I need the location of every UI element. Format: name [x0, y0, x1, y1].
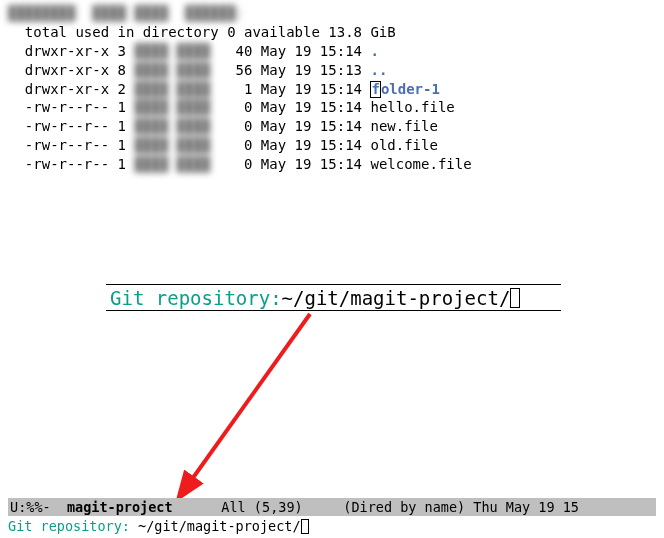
- buffer-name: magit-project: [67, 499, 173, 515]
- entry-name: older-1: [381, 81, 440, 97]
- modeline-major-mode: (Dired by name): [303, 499, 474, 515]
- dired-listing: ████████ ████ ████ ██████: total used in…: [0, 0, 664, 174]
- git-repo-prompt-label: Git repository:: [110, 287, 282, 309]
- entry-name: old.file: [370, 137, 437, 153]
- modeline-time: Thu May 19 15: [473, 499, 579, 515]
- entry-name: welcome.file: [370, 156, 471, 172]
- minibuffer[interactable]: Git repository: ~/git/magit-project/: [8, 517, 656, 535]
- minibuffer-input-text[interactable]: ~/git/magit-project/: [138, 518, 301, 534]
- minibuffer-prompt-label: Git repository:: [8, 518, 138, 534]
- dired-entry[interactable]: -rw-r--r-- 1 ████ ████ 0 May 19 15:14 we…: [8, 155, 656, 174]
- dired-header: ████████ ████ ████ ██████:: [8, 4, 656, 23]
- text-cursor-icon: [510, 288, 520, 308]
- dired-entry[interactable]: -rw-r--r-- 1 ████ ████ 0 May 19 15:14 ne…: [8, 117, 656, 136]
- entry-name: hello.file: [370, 99, 454, 115]
- dired-entry[interactable]: drwxr-xr-x 8 ████ ████ 56 May 19 15:13 .…: [8, 61, 656, 80]
- text-cursor-icon: [301, 519, 309, 534]
- git-repo-prompt-path: ~/git/magit-project/: [282, 287, 511, 309]
- dired-entry[interactable]: drwxr-xr-x 2 ████ ████ 1 May 19 15:14 fo…: [8, 80, 656, 99]
- svg-line-1: [180, 314, 310, 496]
- mode-line: U:%%- magit-project All (5,39) (Dired by…: [8, 498, 656, 516]
- modeline-position: All (5,39): [173, 499, 303, 515]
- entry-name: ..: [370, 62, 387, 78]
- entry-name: .: [370, 43, 378, 59]
- dired-summary: total used in directory 0 available 13.8…: [8, 23, 656, 42]
- dired-entry[interactable]: -rw-r--r-- 1 ████ ████ 0 May 19 15:14 he…: [8, 98, 656, 117]
- callout-minibuffer-enlarged: Git repository: ~/git/magit-project/: [106, 284, 561, 311]
- entry-name: new.file: [370, 118, 437, 134]
- dired-entry[interactable]: drwxr-xr-x 3 ████ ████ 40 May 19 15:14 .: [8, 42, 656, 61]
- point-cursor: f: [370, 81, 380, 98]
- dired-entry[interactable]: -rw-r--r-- 1 ████ ████ 0 May 19 15:14 ol…: [8, 136, 656, 155]
